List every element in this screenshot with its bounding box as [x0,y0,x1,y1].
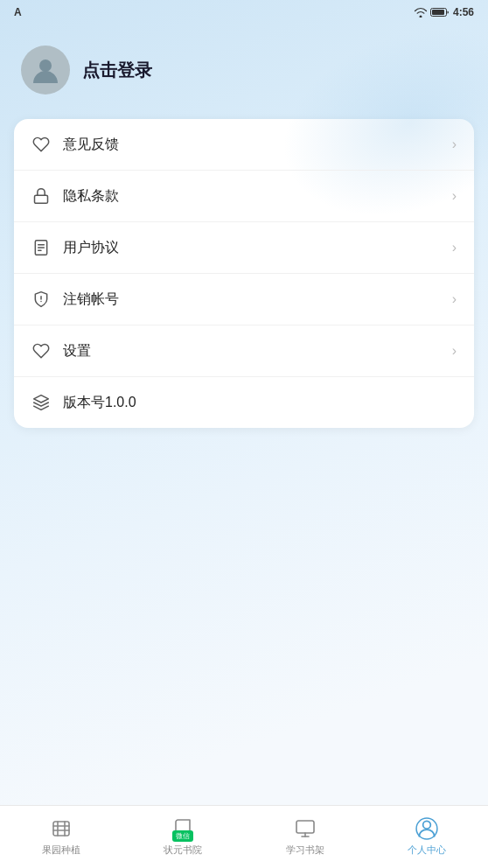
wifi-icon [414,7,428,18]
books-icon: 微信 [171,817,194,840]
svg-rect-1 [432,10,444,15]
garden-icon [50,817,73,840]
wechat-badge: 微信 [172,830,193,842]
profile-icon [415,817,438,840]
agreement-chevron: › [452,240,457,256]
menu-item-feedback[interactable]: 意见反馈 › [14,119,474,171]
svg-rect-16 [296,821,314,833]
deregister-chevron: › [452,291,457,307]
menu-item-version: 版本号1.0.0 [14,377,474,428]
nav-item-books[interactable]: 微信 状元书院 [122,817,245,857]
books-label: 状元书院 [164,844,202,857]
feedback-chevron: › [452,136,457,152]
agreement-label: 用户协议 [63,239,440,257]
settings-heart-icon [31,341,51,360]
version-label: 版本号1.0.0 [63,394,457,412]
login-text[interactable]: 点击登录 [82,59,152,82]
status-bar: A 4:56 [0,0,488,24]
profile-label: 个人中心 [408,844,446,857]
menu-item-privacy[interactable]: 隐私条款 › [14,171,474,222]
nav-item-shelf[interactable]: 学习书架 [244,817,366,857]
layers-icon [31,393,51,412]
menu-item-deregister[interactable]: 注销帐号 › [14,274,474,326]
svg-rect-3 [35,195,48,203]
privacy-label: 隐私条款 [63,187,440,206]
nav-item-profile[interactable]: 个人中心 [366,817,489,857]
battery-icon [430,7,450,18]
status-right: 4:56 [414,6,474,18]
svg-point-19 [423,821,431,829]
bottom-nav: 果园种植 微信 状元书院 学习书架 [0,805,488,868]
settings-chevron: › [452,343,457,359]
heart-icon [31,135,51,154]
deregister-label: 注销帐号 [63,290,440,309]
avatar[interactable] [21,46,70,94]
garden-label: 果园种植 [42,844,80,857]
user-header[interactable]: 点击登录 [0,24,488,119]
shelf-label: 学习书架 [286,844,324,857]
carrier-label: A [14,6,22,18]
status-icons [414,7,450,18]
doc-icon [31,238,51,257]
menu-item-settings[interactable]: 设置 › [14,326,474,377]
feedback-label: 意见反馈 [63,136,440,154]
shield-icon [31,290,51,309]
time-label: 4:56 [453,6,474,18]
lock-icon [31,186,51,206]
avatar-icon [30,54,61,86]
privacy-chevron: › [452,188,457,204]
nav-item-garden[interactable]: 果园种植 [0,817,122,857]
svg-point-2 [39,60,52,72]
svg-rect-11 [53,822,69,836]
menu-item-agreement[interactable]: 用户协议 › [14,222,474,274]
shelf-icon [294,817,317,840]
menu-card: 意见反馈 › 隐私条款 › 用户协议 › [14,119,474,428]
svg-marker-10 [34,396,49,402]
settings-label: 设置 [63,342,440,360]
